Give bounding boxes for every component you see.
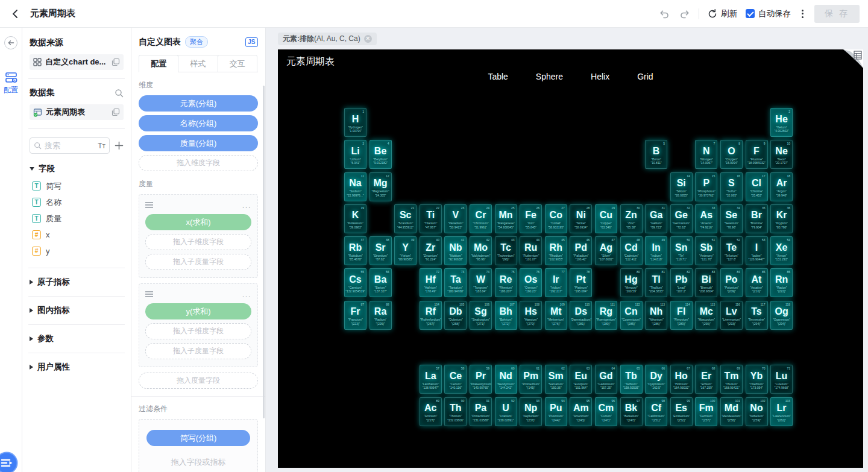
element-tile-Rb[interactable]: 37Rb"Rubidium""85.4678" <box>344 236 366 265</box>
element-tile-Cr[interactable]: 24Cr"Chromium""51.9961" <box>470 204 492 233</box>
element-tile-Ta[interactable]: 73Ta"Tantalum""180.94788" <box>444 268 467 297</box>
element-tile-Fm[interactable]: 100Fm"Fermium""(257)" <box>695 397 717 426</box>
section-header-1[interactable]: 图内指标 <box>30 305 124 316</box>
element-tile-B[interactable]: 5B"Boron""10.811" <box>645 140 667 169</box>
element-tile-Ac[interactable]: 89Ac"Actinium""(227)" <box>420 397 442 426</box>
element-tile-F[interactable]: 9F"Fluorine""18.9984032" <box>746 140 768 169</box>
measure-dropzone[interactable]: 拖入度量字段 <box>139 373 258 389</box>
element-tile-Db[interactable]: 105Db"Dubnium""(268)" <box>444 301 467 330</box>
element-tile-Er[interactable]: 68Er"Erbium""167.259" <box>695 365 717 394</box>
element-tile-Rf[interactable]: 104Rf"Rutherfordium""(267)" <box>420 301 442 330</box>
element-tile-La[interactable]: 57La"Lanthanum""138.90547" <box>420 365 442 394</box>
element-tile-K[interactable]: 19K"Potassium""39.0983" <box>344 204 366 233</box>
element-tile-Lu[interactable]: 71Lu"Lutetium""174.9668" <box>770 365 793 394</box>
field-item-简写[interactable]: T简写 <box>30 178 124 194</box>
element-tile-No[interactable]: 102No"Nobelium""(259)" <box>746 397 768 426</box>
element-tile-In[interactable]: 49In"Indium""114.818" <box>645 236 667 265</box>
element-tile-Sg[interactable]: 106Sg"Seaborgium""(271)" <box>470 301 492 330</box>
element-tile-Zn[interactable]: 30Zn"Zinc""65.38" <box>620 204 643 233</box>
field-type-toggle[interactable]: Tᴛ <box>98 142 105 150</box>
element-tile-Bi[interactable]: 83Bi"Bismuth""208.9804" <box>695 268 717 297</box>
element-tile-Np[interactable]: 93Np"Neptunium""(237)" <box>520 397 542 426</box>
element-tile-Fe[interactable]: 26Fe"Iron""55.845" <box>520 204 542 233</box>
element-tile-Si[interactable]: 14Si"Silicon""28.0855" <box>670 172 693 201</box>
element-tile-As[interactable]: 33As"Arsenic""74.9216" <box>695 204 717 233</box>
element-tile-S[interactable]: 16S"Sulfur""32.065" <box>720 172 743 201</box>
element-tile-Tm[interactable]: 69Tm"Thulium""168.93421" <box>720 365 743 394</box>
element-tile-He[interactable]: 2He"Helium""4.002602" <box>770 108 793 137</box>
element-tile-Co[interactable]: 27Co"Cobalt""58.933195" <box>545 204 567 233</box>
element-tile-Ar[interactable]: 18Ar"Argon""39.948" <box>770 172 793 201</box>
element-tile-Ru[interactable]: 44Ru"Ruthenium""101.07" <box>520 236 542 265</box>
element-tile-O[interactable]: 8O"Oxygen""15.9994" <box>720 140 743 169</box>
redo-button[interactable] <box>679 9 690 19</box>
element-tile-Os[interactable]: 76Os"Osmium""190.23" <box>520 268 542 297</box>
element-tile-Es[interactable]: 99Es"Einsteinium""(252)" <box>670 397 693 426</box>
js-editor-button[interactable]: JS <box>245 37 258 47</box>
element-tile-Cf[interactable]: 98Cf"Californium""(251)" <box>645 397 667 426</box>
dimension-pill[interactable]: 元素(分组) <box>139 95 258 112</box>
field-item-y[interactable]: #y <box>30 243 124 259</box>
field-item-x[interactable]: #x <box>30 227 124 243</box>
filter-dropzone[interactable]: 简写(分组) 拖入字段或指标 <box>139 419 258 472</box>
element-tile-Po[interactable]: 84Po"Polonium""(209)" <box>720 268 743 297</box>
field-search-input[interactable] <box>45 141 95 150</box>
element-tile-Li[interactable]: 3Li"Lithium""6.941" <box>344 140 366 169</box>
element-tile-Tl[interactable]: 81Tl"Thallium""204.3833" <box>645 268 667 297</box>
measure-sub-dropzone[interactable]: 拖入子维度字段 <box>145 323 251 339</box>
element-tile-Sr[interactable]: 38Sr"Strontium""87.62" <box>370 236 392 265</box>
undo-button[interactable] <box>659 9 670 19</box>
panel-scrollbar[interactable] <box>263 86 265 418</box>
element-tile-Re[interactable]: 75Re"Rhenium""186.207" <box>495 268 517 297</box>
element-tile-Lr[interactable]: 103Lr"Lawrencium""(262)" <box>770 397 793 426</box>
section-header-0[interactable]: 原子指标 <box>30 277 124 288</box>
element-tile-Be[interactable]: 4Be"Beryllium""9.012182" <box>370 140 392 169</box>
element-tile-Lv[interactable]: 116Lv"Livermorium""(293)" <box>720 301 743 330</box>
element-tile-Sc[interactable]: 21Sc"Scandium""44.955912" <box>394 204 417 233</box>
element-tile-Ti[interactable]: 22Ti"Titanium""47.867" <box>420 204 442 233</box>
element-tile-Na[interactable]: 11Na"Sodium""22.98976..." <box>344 172 366 201</box>
element-tile-Rh[interactable]: 45Rh"Rhodium""102.9055" <box>545 236 567 265</box>
element-tile-Kr[interactable]: 36Kr"Krypton""83.798" <box>770 204 793 233</box>
element-tile-Fr[interactable]: 87Fr"Francium""(223)" <box>344 301 366 330</box>
rail-item-config[interactable]: 配置 <box>4 71 18 95</box>
add-field-button[interactable] <box>115 141 124 150</box>
element-tile-Se[interactable]: 34Se"Selenium""78.96" <box>720 204 743 233</box>
view-menu-grid[interactable]: Grid <box>637 72 653 81</box>
element-tile-Pd[interactable]: 46Pd"Palladium""106.42" <box>570 236 592 265</box>
element-tile-Te[interactable]: 52Te"Tellurium""127.6" <box>720 236 743 265</box>
element-tile-Tb[interactable]: 65Tb"Terbium""158.92535" <box>620 365 643 394</box>
element-tile-Ga[interactable]: 31Ga"Gallium""69.723" <box>645 204 667 233</box>
drag-handle-icon[interactable] <box>145 291 153 297</box>
element-tile-Ni[interactable]: 28Ni"Nickel""58.6934" <box>570 204 592 233</box>
element-tile-Sm[interactable]: 62Sm"Samarium""150.36" <box>545 365 567 394</box>
element-tile-Ds[interactable]: 110Ds"Darmstadtium""(281)" <box>570 301 592 330</box>
show-data-corner-toggle[interactable] <box>835 49 863 77</box>
element-tile-Bh[interactable]: 107Bh"Bohrium""(272)" <box>495 301 517 330</box>
element-tile-Dy[interactable]: 66Dy"Dysprosium""162.5" <box>645 365 667 394</box>
element-tile-Am[interactable]: 95Am"Americium""(243)" <box>570 397 592 426</box>
section-header-2[interactable]: 参数 <box>30 333 124 344</box>
fields-group-header[interactable]: 字段 <box>30 163 124 174</box>
element-tile-Og[interactable]: 118Og"Oganesson""(294)" <box>770 301 793 330</box>
tab-交互[interactable]: 交互 <box>218 55 257 72</box>
measure-pill[interactable]: y(求和) <box>145 303 251 319</box>
view-menu-sphere[interactable]: Sphere <box>536 72 563 81</box>
element-tile-Md[interactable]: 101Md"Mendelevium""(258)" <box>720 397 743 426</box>
element-tile-Ag[interactable]: 47Ag"Silver""107.8682" <box>595 236 617 265</box>
element-tile-Br[interactable]: 35Br"Bromine""79.904" <box>746 204 768 233</box>
element-tile-Th[interactable]: 90Th"Thorium""232.03806" <box>444 397 467 426</box>
element-tile-W[interactable]: 74W"Tungsten""183.84" <box>470 268 492 297</box>
element-tile-Pu[interactable]: 94Pu"Plutonium""(244)" <box>545 397 567 426</box>
element-tile-Cn[interactable]: 112Cn"Copernicium""(285)" <box>620 301 643 330</box>
assistant-button[interactable] <box>0 452 18 472</box>
element-tile-Rn[interactable]: 86Rn"Radon""(222)" <box>770 268 793 297</box>
element-tile-Hs[interactable]: 108Hs"Hassium""(270)" <box>520 301 542 330</box>
element-tile-U[interactable]: 92U"Uranium""238.02891" <box>495 397 517 426</box>
filter-tag[interactable]: 元素:排除(Al, Au, C, Ca) ✕ <box>278 33 377 45</box>
autosave-checkbox[interactable] <box>746 9 755 18</box>
element-tile-Cs[interactable]: 55Cs"Caesium""132.9054519" <box>344 268 366 297</box>
element-tile-At[interactable]: 85At"Astatine""(210)" <box>746 268 768 297</box>
element-tile-Fl[interactable]: 114Fl"Flerovium""(289)" <box>670 301 693 330</box>
dimension-dropzone[interactable]: 拖入维度字段 <box>139 155 258 171</box>
